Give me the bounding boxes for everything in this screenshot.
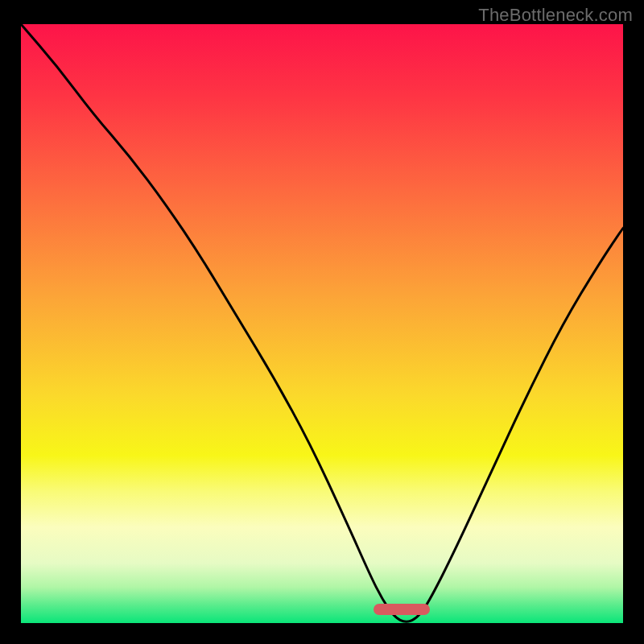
watermark-label: TheBottleneck.com [478, 5, 633, 26]
bottleneck-curve [21, 24, 623, 623]
chart-frame: TheBottleneck.com [0, 0, 644, 644]
optimal-zone-marker [374, 604, 430, 615]
plot-area [21, 24, 623, 623]
curve-path [21, 24, 623, 621]
